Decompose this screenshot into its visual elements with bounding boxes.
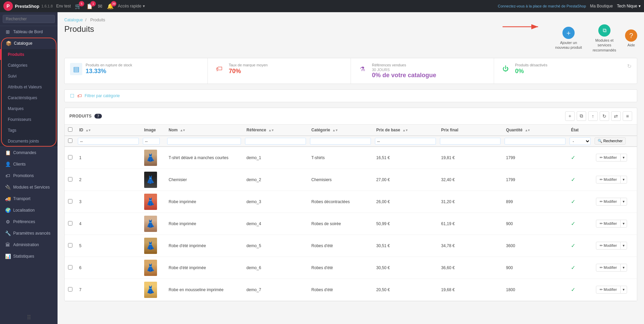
sidebar-item-tags[interactable]: Tags (0, 125, 58, 136)
row-checkbox-2[interactable] (68, 177, 72, 181)
refresh-icon[interactable]: ↻ (627, 63, 631, 69)
filter-nom-cell (165, 136, 243, 147)
modules-button[interactable]: ⧉ Modules et services recommandés (589, 24, 620, 52)
modify-dropdown-5[interactable]: ▾ (621, 242, 627, 249)
filter-qty-input[interactable] (505, 138, 565, 145)
th-image: Image (141, 125, 165, 136)
modify-main-2[interactable]: ✏ Modifier (596, 176, 621, 183)
filter-search-button[interactable]: 🔍 Rechercher (595, 137, 626, 145)
breadcrumb-current: Produits (90, 18, 105, 22)
modify-button-4[interactable]: ✏ Modifier ▾ (596, 220, 627, 228)
modify-main-1[interactable]: ✏ Modifier (596, 154, 621, 161)
modify-dropdown-3[interactable]: ▾ (621, 198, 627, 205)
sidebar-item-documents-joints[interactable]: Documents joints (0, 136, 58, 147)
row-checkbox-6[interactable] (68, 265, 72, 269)
filter-ref-input[interactable] (245, 138, 306, 145)
th-prix-base[interactable]: Prix de base ▲▾ (373, 125, 438, 136)
th-categorie[interactable]: Catégorie ▲▾ (308, 125, 373, 136)
th-nom[interactable]: Nom ▲▾ (165, 125, 243, 136)
modify-dropdown-4[interactable]: ▾ (621, 220, 627, 227)
modify-button-2[interactable]: ✏ Modifier ▾ (596, 176, 627, 183)
filter-bar[interactable]: ☐ 🏷 Filtrer par catégorie (64, 89, 637, 102)
cart-icon[interactable]: 🛒5 (75, 3, 82, 9)
add-product-button[interactable]: ＋ Ajouter un nouveau produit (553, 27, 584, 50)
row-checkbox-3[interactable] (68, 199, 72, 203)
table-columns-icon[interactable]: ≡ (623, 111, 632, 121)
user-name[interactable]: Tech Nique ▾ (617, 4, 641, 8)
filter-nom-input[interactable] (167, 138, 241, 145)
shop-name[interactable]: Ma Boutique (590, 4, 613, 8)
sidebar-item-fournisseurs[interactable]: Fournisseurs (0, 114, 58, 125)
sidebar-item-caracteristiques[interactable]: Caractéristiques (0, 92, 58, 103)
logo[interactable]: P PrestaShop 1.6.1.8 (3, 1, 53, 11)
modify-main-5[interactable]: ✏ Modifier (596, 242, 621, 249)
filter-select-all[interactable] (67, 138, 74, 143)
modify-dropdown-1[interactable]: ▾ (621, 154, 627, 161)
sidebar-item-marques[interactable]: Marques (0, 103, 58, 114)
row-status-cell: ✓ (568, 147, 593, 169)
row-ref-cell: demo_5 (243, 235, 308, 257)
help-button[interactable]: ? Aide (625, 29, 637, 47)
filter-img-input[interactable] (143, 138, 160, 145)
row-id-cell: 4 (76, 213, 141, 235)
table-copy-icon[interactable]: ⧉ (577, 111, 586, 121)
sidebar-item-tableau-de-bord[interactable]: ⊞ Tableau de Bord (0, 26, 58, 38)
orders-icon[interactable]: 📋1 (86, 3, 93, 9)
sidebar-item-preferences[interactable]: ⚙ Préférences (0, 216, 58, 228)
status-check-6: ✓ (571, 265, 575, 271)
sidebar-item-localisation[interactable]: 🌍 Localisation (0, 204, 58, 216)
filter-prix-final-input[interactable] (440, 138, 501, 145)
table-upload-icon[interactable]: ↑ (588, 111, 598, 121)
modify-dropdown-7[interactable]: ▾ (621, 286, 627, 293)
sidebar-item-administration[interactable]: 🏛 Administration (0, 239, 58, 251)
sidebar-item-produits[interactable]: Produits (0, 49, 58, 60)
notif-badge: 39 (111, 1, 116, 6)
quick-access-menu[interactable]: Accès rapide ▾ (118, 4, 145, 8)
breadcrumb-parent[interactable]: Catalogue (64, 18, 83, 22)
modify-button-5[interactable]: ✏ Modifier ▾ (596, 242, 627, 250)
row-cat-cell: Robes d'été (308, 279, 373, 301)
modify-button-1[interactable]: ✏ Modifier ▾ (596, 154, 627, 161)
modify-main-4[interactable]: ✏ Modifier (596, 220, 621, 227)
sidebar-item-statistiques[interactable]: 📊 Statistiques (0, 251, 58, 262)
table-add-icon[interactable]: ＋ (565, 111, 575, 121)
table-refresh-icon[interactable]: ↻ (600, 111, 609, 121)
sidebar-item-commandes[interactable]: 📋 Commandes (0, 147, 58, 158)
sidebar-item-attributs-valeurs[interactable]: Attributs et Valeurs (0, 82, 58, 92)
row-checkbox-1[interactable] (68, 155, 72, 159)
row-checkbox-7[interactable] (68, 287, 72, 291)
filter-id-input[interactable] (78, 138, 139, 145)
messages-icon[interactable]: ✉ (98, 3, 102, 9)
modify-button-7[interactable]: ✏ Modifier ▾ (596, 286, 627, 294)
sidebar-item-parametres-avances[interactable]: 🔧 Paramètres avancés (0, 228, 58, 239)
sidebar-item-modules-services[interactable]: 🔌 Modules et Services (0, 181, 58, 193)
modify-button-3[interactable]: ✏ Modifier ▾ (596, 198, 627, 206)
th-id[interactable]: ID ▲▾ (76, 125, 141, 136)
sidebar-item-promotions[interactable]: 🏷 Promotions (0, 170, 58, 181)
sidebar-item-suivi[interactable]: Suivi (0, 71, 58, 82)
modify-main-7[interactable]: ✏ Modifier (596, 286, 621, 293)
notifications-icon[interactable]: 🔔39 (107, 3, 114, 9)
th-quantite[interactable]: Quantité ▲▾ (503, 125, 568, 136)
sort-qty-icon: ▲▾ (525, 128, 530, 132)
search-input[interactable] (3, 15, 55, 23)
sidebar-item-transport[interactable]: 🚚 Transport (0, 193, 58, 204)
modify-button-6[interactable]: ✏ Modifier ▾ (596, 264, 627, 272)
sidebar-toggle-icon[interactable]: ⠿ (27, 314, 31, 321)
th-reference[interactable]: Référence ▲▾ (243, 125, 308, 136)
sidebar-item-clients[interactable]: 👤 Clients (0, 158, 58, 170)
filter-cat-input[interactable] (310, 138, 371, 145)
row-checkbox-5[interactable] (68, 243, 72, 247)
modify-dropdown-2[interactable]: ▾ (621, 176, 627, 183)
select-all-checkbox[interactable] (68, 127, 72, 132)
table-filter-icon[interactable]: ⇄ (611, 111, 621, 121)
filter-etat-select[interactable]: - Oui Non (570, 137, 591, 145)
sidebar-item-categories[interactable]: Catégories (0, 60, 58, 71)
modify-main-6[interactable]: ✏ Modifier (596, 264, 621, 271)
sidebar-item-catalogue[interactable]: 📦 Catalogue (0, 38, 58, 49)
filter-prix-base-input[interactable] (375, 138, 436, 145)
modify-main-3[interactable]: ✏ Modifier (596, 198, 621, 205)
row-checkbox-4[interactable] (68, 221, 72, 225)
modify-dropdown-6[interactable]: ▾ (621, 264, 627, 271)
market-link[interactable]: Connectez-vous à la place de marché de P… (498, 4, 586, 8)
